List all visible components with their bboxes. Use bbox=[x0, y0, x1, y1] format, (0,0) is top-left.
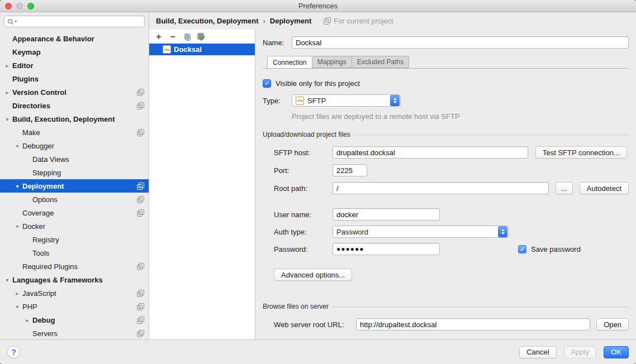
apply-button[interactable]: Apply bbox=[564, 346, 597, 358]
sidebar-item-coverage[interactable]: Coverage bbox=[0, 206, 149, 219]
sidebar-item-languages-frameworks[interactable]: ▾Languages & Frameworks bbox=[0, 273, 149, 286]
upload-section-title: Upload/download project files bbox=[263, 131, 350, 138]
current-project-icon bbox=[137, 183, 144, 190]
chevron-collapsed-icon[interactable]: ▸ bbox=[2, 63, 12, 69]
remove-server-button[interactable]: − bbox=[168, 32, 178, 42]
auth-type-dropdown[interactable]: Password bbox=[333, 226, 509, 238]
settings-search-field[interactable]: ▾ bbox=[4, 16, 145, 27]
settings-sidebar: ▾ Appearance & BehaviorKeymap▸EditorPlug… bbox=[0, 12, 149, 339]
open-button[interactable]: Open bbox=[596, 318, 629, 331]
current-project-icon bbox=[137, 330, 144, 337]
sftp-file-icon: sftp bbox=[296, 97, 304, 105]
sidebar-item-label: PHP bbox=[22, 303, 37, 311]
current-project-icon bbox=[137, 129, 144, 136]
tab-mappings[interactable]: Mappings bbox=[312, 56, 352, 68]
sidebar-item-label: Debug bbox=[32, 316, 55, 324]
chevron-expanded-icon[interactable]: ▾ bbox=[2, 116, 12, 122]
dropdown-stepper-icon bbox=[498, 226, 507, 237]
current-project-icon bbox=[324, 17, 331, 25]
scope-label: For current project bbox=[334, 17, 393, 25]
root-path-label: Root path: bbox=[274, 184, 333, 193]
visible-only-checkbox[interactable]: ✓ bbox=[263, 79, 271, 88]
root-path-input[interactable] bbox=[333, 182, 549, 194]
close-window-button[interactable] bbox=[5, 3, 12, 9]
sidebar-item-debug[interactable]: ▸Debug bbox=[0, 313, 149, 327]
type-dropdown[interactable]: sftp SFTP bbox=[292, 94, 401, 107]
chevron-collapsed-icon[interactable]: ▸ bbox=[22, 317, 32, 323]
sidebar-item-php[interactable]: ▾PHP bbox=[0, 300, 149, 313]
sidebar-item-version-control[interactable]: ▸Version Control bbox=[0, 85, 149, 99]
zoom-window-button[interactable] bbox=[27, 3, 34, 9]
chevron-collapsed-icon[interactable]: ▸ bbox=[2, 89, 12, 95]
server-item-docksal[interactable]: sftp Docksal bbox=[149, 44, 255, 55]
sidebar-item-debugger[interactable]: ▾Debugger bbox=[0, 139, 149, 152]
sidebar-item-label: Docker bbox=[22, 222, 45, 231]
chevron-collapsed-icon[interactable]: ▸ bbox=[12, 290, 22, 296]
server-list-toolbar: + − bbox=[149, 30, 255, 44]
section-divider bbox=[354, 135, 629, 135]
sidebar-item-data-views[interactable]: Data Views bbox=[0, 152, 149, 166]
search-input[interactable] bbox=[17, 17, 141, 26]
sidebar-item-editor[interactable]: ▸Editor bbox=[0, 59, 149, 72]
name-label: Name: bbox=[263, 39, 292, 47]
sidebar-item-plugins[interactable]: Plugins bbox=[0, 72, 149, 85]
chevron-expanded-icon[interactable]: ▾ bbox=[2, 277, 12, 283]
breadcrumb-parent[interactable]: Build, Execution, Deployment bbox=[156, 17, 258, 25]
sidebar-item-options[interactable]: Options bbox=[0, 193, 149, 206]
ok-button[interactable]: OK bbox=[604, 346, 629, 358]
sidebar-item-servers[interactable]: Servers bbox=[0, 327, 149, 339]
deployment-form: Name: ConnectionMappingsExcluded Paths ✓… bbox=[255, 30, 636, 339]
cancel-button[interactable]: Cancel bbox=[519, 346, 556, 358]
port-input[interactable] bbox=[333, 164, 367, 176]
use-as-default-button[interactable] bbox=[196, 32, 206, 42]
add-server-button[interactable]: + bbox=[154, 32, 164, 42]
password-input[interactable] bbox=[333, 243, 440, 255]
web-root-input[interactable] bbox=[356, 318, 590, 331]
type-hint-text: Project files are deployed to a remote h… bbox=[292, 112, 460, 121]
sidebar-item-appearance-behavior[interactable]: Appearance & Behavior bbox=[0, 32, 149, 45]
chevron-expanded-icon[interactable]: ▾ bbox=[12, 183, 22, 189]
dropdown-stepper-icon bbox=[390, 95, 400, 106]
chevron-expanded-icon[interactable]: ▾ bbox=[12, 223, 22, 229]
current-project-icon bbox=[137, 263, 144, 270]
sidebar-item-label: Required Plugins bbox=[22, 262, 78, 271]
sftp-host-input[interactable] bbox=[333, 146, 528, 159]
sidebar-item-label: Version Control bbox=[12, 88, 67, 97]
browse-root-path-button[interactable]: ... bbox=[556, 182, 573, 194]
sidebar-item-directories[interactable]: Directories bbox=[0, 99, 149, 112]
sidebar-item-build-execution-deployment[interactable]: ▾Build, Execution, Deployment bbox=[0, 112, 149, 126]
chevron-expanded-icon[interactable]: ▾ bbox=[12, 304, 22, 310]
chevron-expanded-icon[interactable]: ▾ bbox=[12, 143, 22, 149]
sidebar-item-tools[interactable]: Tools bbox=[0, 246, 149, 260]
help-button[interactable]: ? bbox=[7, 346, 20, 358]
breadcrumb: Build, Execution, Deployment › Deploymen… bbox=[149, 12, 636, 30]
content-area: + − bbox=[149, 30, 636, 339]
sidebar-item-keymap[interactable]: Keymap bbox=[0, 45, 149, 59]
test-sftp-connection-button[interactable]: Test SFTP connection... bbox=[535, 146, 627, 159]
advanced-options-button[interactable]: Advanced options... bbox=[274, 269, 352, 281]
current-project-icon bbox=[137, 89, 144, 96]
autodetect-button[interactable]: Autodetect bbox=[580, 182, 629, 194]
sidebar-item-required-plugins[interactable]: Required Plugins bbox=[0, 260, 149, 273]
tab-connection[interactable]: Connection bbox=[267, 56, 312, 69]
minimize-window-button[interactable] bbox=[16, 3, 23, 9]
sidebar-item-make[interactable]: Make bbox=[0, 126, 149, 139]
sidebar-item-javascript[interactable]: ▸JavaScript bbox=[0, 286, 149, 300]
user-name-input[interactable] bbox=[333, 208, 440, 221]
type-label: Type: bbox=[263, 97, 292, 105]
dialog-footer: ? Cancel Apply OK bbox=[0, 339, 636, 364]
tab-excluded-paths[interactable]: Excluded Paths bbox=[352, 56, 409, 68]
sidebar-item-label: Build, Execution, Deployment bbox=[12, 115, 115, 123]
current-project-icon bbox=[137, 290, 144, 297]
save-password-checkbox[interactable]: ✓ bbox=[518, 245, 526, 253]
sidebar-item-docker[interactable]: ▾Docker bbox=[0, 219, 149, 233]
current-project-icon bbox=[137, 102, 144, 109]
name-input[interactable] bbox=[292, 36, 629, 49]
sidebar-item-registry[interactable]: Registry bbox=[0, 233, 149, 246]
copy-server-button[interactable] bbox=[182, 32, 192, 42]
sidebar-item-stepping[interactable]: Stepping bbox=[0, 166, 149, 179]
sidebar-item-deployment[interactable]: ▾Deployment bbox=[0, 179, 149, 193]
sidebar-item-label: JavaScript bbox=[22, 289, 56, 298]
save-password-label: Save password bbox=[531, 245, 581, 253]
browse-section-title: Browse files on server bbox=[263, 303, 329, 310]
